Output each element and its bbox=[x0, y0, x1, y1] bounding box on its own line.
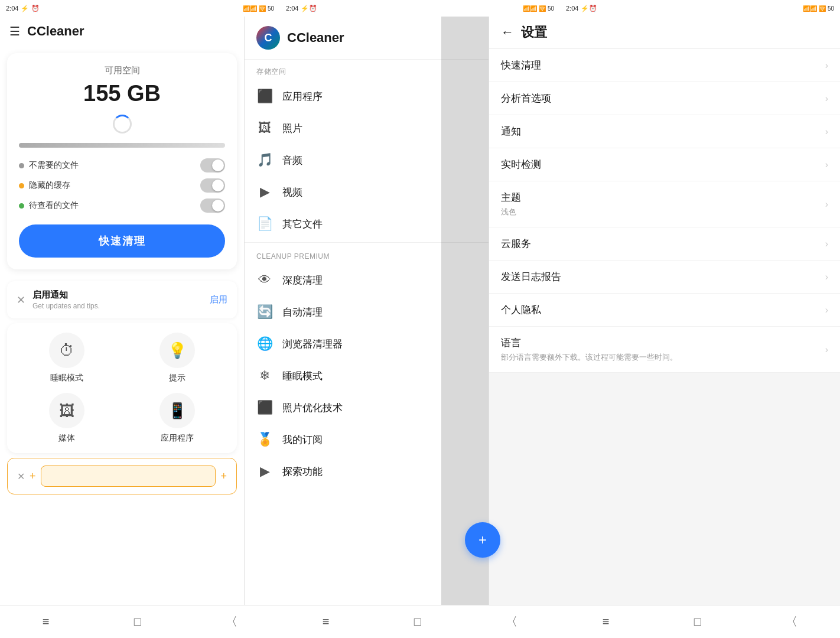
floating-action-button[interactable]: + bbox=[465, 522, 500, 558]
apps-icon: 📱 bbox=[159, 393, 195, 428]
panel-settings: ← 设置 快速清理 › 分析首选项 › 通知 › bbox=[489, 17, 840, 605]
time-2: 2:04 bbox=[286, 5, 298, 12]
promo-plus-right: + bbox=[220, 470, 227, 483]
nav-menu-icon-3[interactable]: ≡ bbox=[603, 615, 610, 629]
chevron-icon-8: › bbox=[825, 305, 828, 315]
nav-home-icon-2[interactable]: □ bbox=[414, 615, 421, 629]
deep-clean-icon: 👁 bbox=[256, 272, 273, 288]
nav-home-icon-3[interactable]: □ bbox=[694, 615, 701, 629]
settings-item-log-title: 发送日志报告 bbox=[501, 270, 561, 284]
shortcut-apps-label: 应用程序 bbox=[161, 433, 194, 444]
toggle-text-1: 不需要的文件 bbox=[29, 160, 79, 171]
settings-item-notification[interactable]: 通知 › bbox=[489, 115, 840, 148]
main-area: ☰ CCleaner 可用空间 155 GB 不需要的文件 bbox=[0, 17, 840, 605]
menu-item-other-label: 其它文件 bbox=[282, 217, 323, 231]
settings-item-cloud-title: 云服务 bbox=[501, 237, 531, 250]
bottom-nav-3: ≡ □ 〈 bbox=[560, 605, 840, 638]
settings-item-theme-content: 主题 浅色 bbox=[501, 191, 521, 217]
subscription-icon: 🏅 bbox=[256, 432, 273, 447]
menu-item-explore-label: 探索功能 bbox=[282, 465, 323, 479]
shortcuts-grid: ⏱ 睡眠模式 💡 提示 🖼 媒体 📱 应用程序 bbox=[7, 323, 237, 453]
quick-clean-button[interactable]: 快速清理 bbox=[19, 224, 225, 258]
home-header: ☰ CCleaner bbox=[0, 17, 244, 46]
back-icon[interactable]: ← bbox=[501, 25, 514, 40]
settings-item-theme-title: 主题 bbox=[501, 191, 521, 204]
explore-icon: ▶ bbox=[256, 464, 273, 479]
toggle-label-2: 隐藏的缓存 bbox=[19, 180, 70, 191]
nav-menu-icon-2[interactable]: ≡ bbox=[323, 615, 330, 629]
toggle-list: 不需要的文件 隐藏的缓存 待查看的文件 bbox=[19, 158, 225, 213]
toggle-switch-3[interactable] bbox=[200, 198, 225, 213]
nav-back-icon-2[interactable]: 〈 bbox=[506, 614, 517, 630]
chevron-icon-9: › bbox=[825, 344, 828, 355]
status-right-1: 📶📶 🛜 50 bbox=[243, 5, 274, 12]
settings-item-quick-clean[interactable]: 快速清理 › bbox=[489, 49, 840, 82]
notif-action-button[interactable]: 启用 bbox=[210, 294, 227, 305]
settings-item-realtime[interactable]: 实时检测 › bbox=[489, 148, 840, 181]
settings-item-realtime-content: 实时检测 bbox=[501, 158, 541, 171]
dot-green bbox=[19, 203, 24, 209]
status-right-3: 📶📶 🛜 50 bbox=[803, 5, 834, 12]
battery-1: 50 bbox=[268, 5, 274, 12]
chevron-icon-3: › bbox=[825, 126, 828, 137]
toggle-label-1: 不需要的文件 bbox=[19, 160, 79, 171]
sleep-menu-icon: ❄ bbox=[256, 368, 273, 383]
nav-menu-icon-1[interactable]: ≡ bbox=[43, 615, 50, 629]
promo-close-icon[interactable]: ✕ bbox=[17, 471, 25, 482]
toggle-switch-2[interactable] bbox=[200, 178, 225, 193]
shortcut-apps[interactable]: 📱 应用程序 bbox=[127, 393, 228, 444]
shortcut-sleep[interactable]: ⏱ 睡眠模式 bbox=[17, 333, 118, 383]
toggle-item-2: 隐藏的缓存 bbox=[19, 178, 225, 193]
toggle-switch-1[interactable] bbox=[200, 158, 225, 172]
settings-item-privacy-title: 个人隐私 bbox=[501, 303, 541, 317]
chevron-icon-5: › bbox=[825, 199, 828, 210]
menu-item-photos-label: 照片 bbox=[282, 122, 302, 135]
alarm-icon-2: ⚡⏰ bbox=[301, 5, 317, 12]
toggle-text-2: 隐藏的缓存 bbox=[29, 180, 70, 191]
battery-2: 50 bbox=[548, 5, 554, 12]
cc-logo: C bbox=[256, 26, 280, 50]
settings-item-analyze-title: 分析首选项 bbox=[501, 92, 551, 105]
browser-menu-icon: 🌐 bbox=[256, 336, 273, 351]
shortcut-media[interactable]: 🖼 媒体 bbox=[17, 393, 118, 444]
dot-orange bbox=[19, 183, 24, 188]
toggle-text-3: 待查看的文件 bbox=[29, 200, 79, 211]
wifi-icon-1: 🛜 bbox=[259, 5, 266, 12]
menu-overlay bbox=[441, 17, 489, 605]
nav-home-icon-1[interactable]: □ bbox=[134, 615, 141, 629]
shortcut-tips[interactable]: 💡 提示 bbox=[127, 333, 228, 383]
settings-item-log[interactable]: 发送日志报告 › bbox=[489, 261, 840, 294]
chevron-icon-6: › bbox=[825, 239, 828, 249]
settings-item-language-sub: 部分语言需要额外下载。该过程可能需要一些时间。 bbox=[501, 352, 678, 363]
sleep-icon: ⏱ bbox=[49, 333, 84, 368]
settings-item-realtime-title: 实时检测 bbox=[501, 158, 541, 171]
nav-back-icon-3[interactable]: 〈 bbox=[786, 614, 797, 630]
settings-item-cloud[interactable]: 云服务 › bbox=[489, 227, 840, 261]
loading-spinner bbox=[113, 115, 132, 134]
status-panel-1: 2:04 ⚡ ⏰ 📶📶 🛜 50 bbox=[0, 5, 280, 12]
promo-plus-left: + bbox=[30, 470, 36, 483]
nav-back-icon-1[interactable]: 〈 bbox=[226, 614, 237, 630]
time-3: 2:04 bbox=[566, 5, 578, 12]
status-bar: 2:04 ⚡ ⏰ 📶📶 🛜 50 2:04 ⚡⏰ 📶📶 🛜 50 2:04 ⚡⏰… bbox=[0, 0, 840, 17]
hamburger-icon[interactable]: ☰ bbox=[9, 24, 20, 38]
panel-menu: C CCleaner 存储空间 ⬛ 应用程序 🖼 照片 🎵 音频 ▶ 视频 📄 … bbox=[245, 17, 489, 605]
settings-item-analyze[interactable]: 分析首选项 › bbox=[489, 82, 840, 115]
notif-close-icon[interactable]: ✕ bbox=[17, 294, 25, 307]
settings-item-notification-content: 通知 bbox=[501, 125, 521, 138]
photo-opt-icon: ⬛ bbox=[256, 400, 273, 415]
status-panel-3: 2:04 ⚡⏰ 📶📶 🛜 50 bbox=[560, 5, 840, 12]
alarm-icon-3: ⚡⏰ bbox=[581, 5, 597, 12]
menu-item-photo-opt-label: 照片优化技术 bbox=[282, 401, 343, 415]
chevron-icon-1: › bbox=[825, 60, 828, 71]
settings-item-theme[interactable]: 主题 浅色 › bbox=[489, 181, 840, 227]
menu-item-subscription-label: 我的订阅 bbox=[282, 433, 323, 447]
status-right-2: 📶📶 🛜 50 bbox=[523, 5, 554, 12]
settings-item-language[interactable]: 语言 部分语言需要额外下载。该过程可能需要一些时间。 › bbox=[489, 327, 840, 373]
audio-menu-icon: 🎵 bbox=[256, 152, 273, 168]
settings-item-quick-clean-content: 快速清理 bbox=[501, 58, 541, 72]
notification-bar: ✕ 启用通知 Get updates and tips. 启用 bbox=[7, 281, 237, 318]
settings-item-privacy[interactable]: 个人隐私 › bbox=[489, 294, 840, 327]
time-1: 2:04 bbox=[6, 5, 18, 12]
settings-list: 快速清理 › 分析首选项 › 通知 › 实时检测 › bbox=[489, 49, 840, 605]
